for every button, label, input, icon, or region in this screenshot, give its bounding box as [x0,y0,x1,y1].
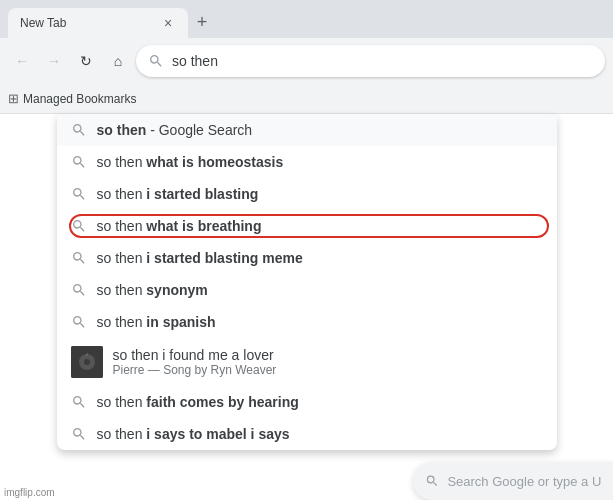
address-bar[interactable] [136,45,605,77]
bookmarks-folder-icon: ⊞ [8,91,19,106]
item-text-1: so then what is homeostasis [97,154,284,170]
tab-title: New Tab [20,16,152,30]
song-thumbnail: ♪ [71,346,103,378]
album-art: ♪ [71,346,103,378]
autocomplete-item-faith[interactable]: so then faith comes by hearing [57,386,557,418]
managed-bookmarks-label: Managed Bookmarks [23,92,136,106]
search-icon-9 [71,426,87,442]
tab-bar: New Tab × + [0,0,613,38]
autocomplete-item-homeostasis[interactable]: so then what is homeostasis [57,146,557,178]
song-meta: so then i found me a lover Pierre — Song… [113,347,277,377]
song-subtitle: Pierre — Song by Ryn Weaver [113,363,277,377]
google-search-result[interactable]: so then - Google Search [57,114,557,146]
bookmarks-bar: ⊞ Managed Bookmarks [0,84,613,114]
bottom-search-placeholder: Search Google or type a URL [447,474,601,489]
item-text-3: so then what is breathing [97,218,262,234]
search-icon-5 [71,282,87,298]
autocomplete-item-mabel[interactable]: so then i says to mabel i says [57,418,557,450]
search-icon-3 [71,218,87,234]
bottom-search-icon [425,473,439,489]
address-search-icon [148,53,164,69]
home-icon: ⌂ [114,53,122,69]
toolbar: ← → ↻ ⌂ [0,38,613,84]
home-button[interactable]: ⌂ [104,47,132,75]
forward-button[interactable]: → [40,47,68,75]
autocomplete-item-breathing[interactable]: so then what is breathing [57,210,557,242]
item-text-8: so then faith comes by hearing [97,394,299,410]
search-icon-4 [71,250,87,266]
back-icon: ← [15,53,29,69]
search-icon-6 [71,314,87,330]
page-content: so then - Google Search so then what is … [0,114,613,500]
new-tab-button[interactable]: + [188,8,216,36]
address-input[interactable] [172,53,593,69]
autocomplete-item-spanish[interactable]: so then in spanish [57,306,557,338]
reload-button[interactable]: ↻ [72,47,100,75]
search-icon-8 [71,394,87,410]
tab-close-button[interactable]: × [160,15,176,31]
google-search-icon [71,122,87,138]
item-text-5: so then synonym [97,282,208,298]
bottom-search-bar[interactable]: Search Google or type a URL [413,462,613,500]
active-tab[interactable]: New Tab × [8,8,188,38]
song-title: so then i found me a lover [113,347,277,363]
back-button[interactable]: ← [8,47,36,75]
item-text-6: so then in spanish [97,314,216,330]
forward-icon: → [47,53,61,69]
item-text-2: so then i started blasting [97,186,259,202]
svg-text:♪: ♪ [85,351,88,357]
autocomplete-dropdown: so then - Google Search so then what is … [57,114,557,450]
autocomplete-item-synonym[interactable]: so then synonym [57,274,557,306]
item-text-4: so then i started blasting meme [97,250,303,266]
search-icon-1 [71,154,87,170]
search-icon-2 [71,186,87,202]
autocomplete-item-song[interactable]: ♪ so then i found me a lover Pierre — So… [57,338,557,386]
item-text-9: so then i says to mabel i says [97,426,290,442]
google-result-text: so then - Google Search [97,122,253,138]
reload-icon: ↻ [80,53,92,69]
autocomplete-item-blasting-meme[interactable]: so then i started blasting meme [57,242,557,274]
svg-point-2 [84,359,90,365]
autocomplete-item-blasting[interactable]: so then i started blasting [57,178,557,210]
watermark: imgflip.com [4,487,55,498]
browser-frame: New Tab × + ← → ↻ ⌂ ⊞ Managed Bookmarks [0,0,613,500]
